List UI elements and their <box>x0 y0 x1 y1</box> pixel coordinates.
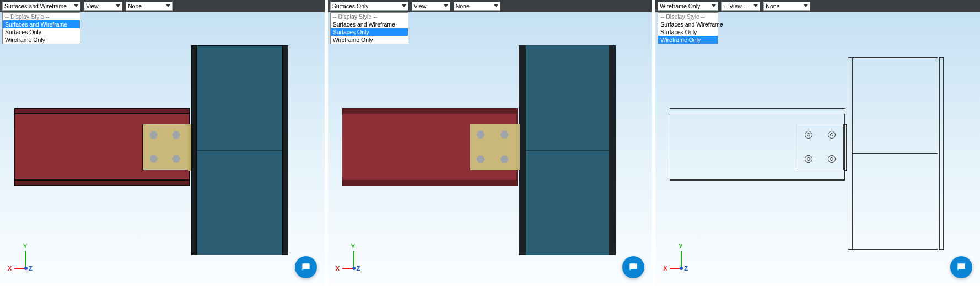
dropdown-header: -- Display Style -- <box>331 13 408 20</box>
beam-flange <box>342 180 518 186</box>
z-axis-label: Z <box>684 265 688 272</box>
dropdown-option-wireframe-only[interactable]: Wireframe Only <box>331 36 408 44</box>
bolt <box>149 155 158 163</box>
column-flange <box>191 45 197 255</box>
clip-angle-leg <box>844 124 847 171</box>
viewport-surfaces-and-wireframe: Surfaces and Wireframe View None -- Disp… <box>0 0 325 286</box>
beam-flange <box>670 108 845 109</box>
column-flange <box>939 57 944 250</box>
column-flange <box>283 45 288 255</box>
bolt <box>500 155 509 163</box>
bolt <box>805 131 812 139</box>
bolt <box>500 130 509 139</box>
clip-angle-leg <box>516 124 520 170</box>
bolt <box>172 155 180 163</box>
viewport-surfaces-only: Surfaces Only View None -- Display Style… <box>328 0 653 286</box>
model-scene[interactable] <box>0 12 325 286</box>
toolbar: Surfaces Only View None <box>328 0 653 12</box>
z-axis-icon <box>680 267 683 270</box>
model-scene[interactable] <box>328 12 653 286</box>
bolt <box>149 131 158 139</box>
column-flange <box>848 57 852 250</box>
column-flange <box>519 45 524 255</box>
dropdown-option-surfaces-only[interactable]: Surfaces Only <box>658 28 718 36</box>
beam-flange <box>14 180 190 186</box>
y-axis-icon <box>681 251 682 268</box>
z-axis-icon <box>352 267 356 270</box>
view-select[interactable]: View <box>412 2 450 11</box>
bolt <box>828 131 836 139</box>
column-web <box>852 57 938 250</box>
clip-angle-leg <box>188 124 191 171</box>
clip-angle <box>142 124 189 170</box>
z-axis-label: Z <box>357 265 360 272</box>
bolt <box>172 131 180 139</box>
clip-angle <box>470 124 516 170</box>
y-axis-label: Y <box>679 243 682 250</box>
display-style-dropdown[interactable]: -- Display Style -- Surfaces and Wirefra… <box>658 12 718 44</box>
extra-select[interactable]: None <box>126 2 173 11</box>
beam-flange <box>670 180 845 181</box>
extra-select[interactable]: None <box>454 2 500 11</box>
toolbar: Wireframe Only -- View -- None <box>655 0 980 12</box>
beam-flange <box>342 108 518 114</box>
display-style-select[interactable]: Wireframe Only <box>658 2 718 11</box>
x-axis-label: X <box>8 265 12 272</box>
z-axis-icon <box>24 267 28 270</box>
dropdown-header: -- Display Style -- <box>3 13 80 20</box>
chat-button[interactable] <box>950 256 972 278</box>
view-select[interactable]: -- View -- <box>721 2 760 11</box>
viewport-wireframe-only: Wireframe Only -- View -- None -- Displa… <box>655 0 980 286</box>
dropdown-option-wireframe-only[interactable]: Wireframe Only <box>3 36 80 44</box>
dropdown-option-surfaces-and-wireframe[interactable]: Surfaces and Wireframe <box>331 20 408 28</box>
beam-flange <box>14 108 190 114</box>
toolbar: Surfaces and Wireframe View None <box>0 0 325 12</box>
chat-icon <box>628 262 639 273</box>
dropdown-header: -- Display Style -- <box>658 13 718 20</box>
chat-button[interactable] <box>295 256 317 278</box>
column-flange <box>610 45 616 255</box>
bolt <box>477 155 485 163</box>
z-axis-label: Z <box>29 265 33 272</box>
x-axis-label: X <box>663 265 667 272</box>
axis-triad: Y X Z <box>336 245 371 276</box>
y-axis-label: Y <box>23 243 27 250</box>
chat-icon <box>956 262 967 273</box>
axis-triad: Y X Z <box>8 245 43 276</box>
extra-select[interactable]: None <box>763 2 810 11</box>
dropdown-option-surfaces-and-wireframe[interactable]: Surfaces and Wireframe <box>3 20 80 28</box>
display-style-dropdown[interactable]: -- Display Style -- Surfaces and Wirefra… <box>330 12 408 44</box>
axis-triad: Y X Z <box>663 245 698 276</box>
y-axis-icon <box>25 251 26 268</box>
dropdown-option-wireframe-only[interactable]: Wireframe Only <box>658 36 718 44</box>
display-style-dropdown[interactable]: -- Display Style -- Surfaces and Wirefra… <box>2 12 80 44</box>
clip-angle <box>798 124 844 170</box>
bolt <box>805 155 812 163</box>
x-axis-label: X <box>336 265 340 272</box>
display-style-select[interactable]: Surfaces Only <box>330 2 408 11</box>
bolt <box>828 155 836 163</box>
view-select[interactable]: View <box>84 2 122 11</box>
display-style-select[interactable]: Surfaces and Wireframe <box>2 2 80 11</box>
column-web <box>524 45 610 255</box>
y-axis-label: Y <box>351 243 355 250</box>
bolt <box>477 130 485 139</box>
dropdown-option-surfaces-and-wireframe[interactable]: Surfaces and Wireframe <box>658 20 718 28</box>
chat-icon <box>300 262 311 273</box>
model-scene[interactable] <box>655 12 980 286</box>
column-web <box>197 45 283 255</box>
dropdown-option-surfaces-only[interactable]: Surfaces Only <box>3 28 80 36</box>
y-axis-icon <box>353 251 354 268</box>
dropdown-option-surfaces-only[interactable]: Surfaces Only <box>331 28 408 36</box>
